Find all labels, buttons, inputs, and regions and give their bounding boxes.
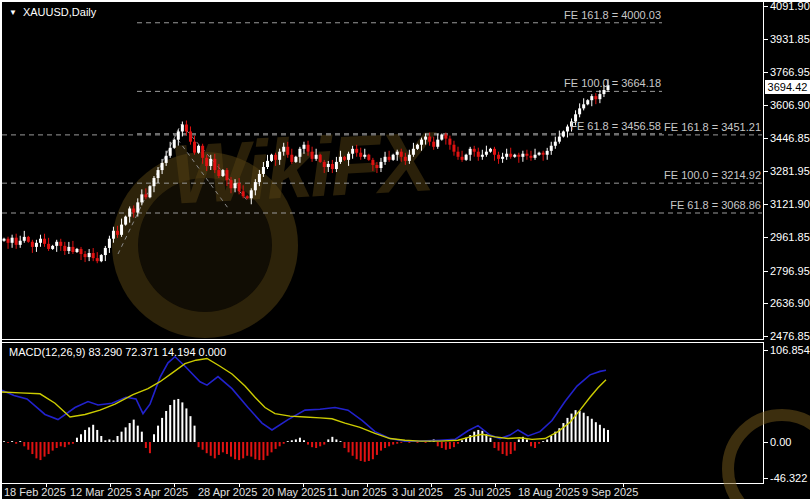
date-axis[interactable]: 18 Feb 202512 Mar 20253 Apr 202528 Apr 2… <box>2 484 810 499</box>
price-axis-label: 0.00 <box>770 436 791 448</box>
fib-level-label: FE 100.0 = 3664.18 <box>564 77 661 89</box>
price-axis-label: -46.322 <box>770 472 807 484</box>
date-axis-label: 25 Jul 2025 <box>454 486 511 498</box>
date-axis-label: 18 Aug 2025 <box>518 486 580 498</box>
axis-tick <box>764 271 768 272</box>
fib-level-label: FE 61.8 = 3456.58 <box>570 120 661 132</box>
macd-indicator-panel[interactable]: MACD(12,26,9) 83.290 72.371 14.194 0.000 <box>2 342 764 484</box>
axis-tick <box>764 171 768 172</box>
price-axis-label: 3446.85 <box>770 132 810 144</box>
fib-level-label: FE 61.8 = 3068.86 <box>670 199 761 211</box>
date-axis-label: 3 Jul 2025 <box>392 486 443 498</box>
fib-level-label: FE 161.8 = 4000.03 <box>564 9 661 21</box>
macd-indicator-label: MACD(12,26,9) 83.290 72.371 14.194 0.000 <box>9 346 226 358</box>
price-axis-label: 3931.85 <box>770 33 810 45</box>
price-chart-panel[interactable]: WikiFX ▼XAUUSD,Daily FE 161.8 = 4000.03F… <box>2 2 764 340</box>
price-axis-label: 2476.85 <box>770 330 810 342</box>
axis-tick <box>764 303 768 304</box>
mt4-chart-window: WikiFX ▼XAUUSD,Daily FE 161.8 = 4000.03F… <box>0 0 810 499</box>
price-axis-label: 3606.90 <box>770 99 810 111</box>
chevron-down-icon[interactable]: ▼ <box>9 8 17 17</box>
fib-level-label: FE 100.0 = 3214.92 <box>664 169 761 181</box>
price-axis-label: 2636.90 <box>770 297 810 309</box>
date-axis-label: 12 Mar 2025 <box>70 486 132 498</box>
price-axis-label: 2796.95 <box>770 265 810 277</box>
date-axis-label: 3 Apr 2025 <box>135 486 188 498</box>
axis-tick <box>764 105 768 106</box>
date-axis-label: 20 May 2025 <box>262 486 326 498</box>
axis-tick <box>764 6 768 7</box>
date-axis-label: 28 Apr 2025 <box>198 486 257 498</box>
price-axis-label: 2961.85 <box>770 231 810 243</box>
date-axis-label: 9 Sep 2025 <box>582 486 638 498</box>
price-axis-label: 3121.90 <box>770 198 810 210</box>
axis-tick <box>764 72 768 73</box>
date-axis-label: 18 Feb 2025 <box>4 486 66 498</box>
fib-level-label: FE 161.8 = 3451.21 <box>664 121 761 133</box>
symbol-timeframe-label: XAUUSD,Daily <box>23 6 96 18</box>
date-axis-label: 11 Jun 2025 <box>327 486 387 498</box>
price-axis-label: 4091.90 <box>770 0 810 12</box>
axis-tick <box>764 237 768 238</box>
axis-tick <box>764 442 768 443</box>
axis-tick <box>764 350 768 351</box>
price-axis-label: 106.854 <box>770 344 810 356</box>
axis-tick <box>764 39 768 40</box>
price-axis-label: 3281.95 <box>770 165 810 177</box>
current-price-box: 3694.42 <box>765 80 810 94</box>
candlestick-chart[interactable] <box>2 2 764 340</box>
macd-chart[interactable] <box>2 343 762 483</box>
axis-tick <box>764 336 768 337</box>
symbol-label: ▼XAUUSD,Daily <box>9 6 96 18</box>
price-axis-label: 3766.95 <box>770 66 810 78</box>
axis-tick <box>764 478 768 479</box>
axis-tick <box>764 138 768 139</box>
axis-tick <box>764 204 768 205</box>
